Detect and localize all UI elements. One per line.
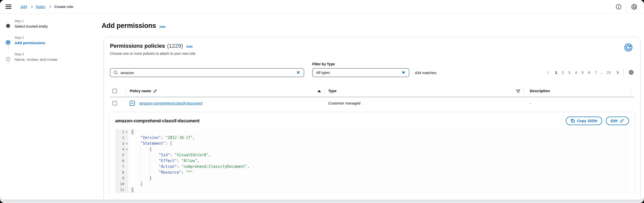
line-number: 6 [115, 158, 128, 164]
sort-ascending-icon[interactable] [317, 90, 321, 92]
breadcrumb-iam[interactable]: IAM [20, 5, 27, 9]
pagination-page-7[interactable]: 7 [592, 69, 599, 76]
breadcrumb-roles[interactable]: Roles [36, 5, 45, 9]
main-content: Add permissions Info Permissions policie… [102, 14, 644, 200]
step1-label: Select trusted entity [15, 24, 102, 28]
breadcrumb: IAM Roles Create role [20, 5, 73, 9]
policy-name-link[interactable]: amazon-comprehend-classif-document [139, 101, 203, 105]
caret-down-icon [402, 72, 405, 74]
line-number: 1▼ [115, 129, 128, 135]
code-line: 3▼ "Statement": [ [115, 141, 629, 146]
page-info-link[interactable]: Info [159, 25, 166, 29]
pagination-ellipsis: ... [599, 69, 605, 76]
collapse-row-icon[interactable] [130, 101, 135, 106]
step-name-review-create[interactable]: Step 3 Name, review, and create [6, 53, 102, 62]
pagination-page-22[interactable]: 22 [604, 69, 613, 76]
line-number: 7 [115, 164, 128, 170]
controls-divider [623, 69, 624, 76]
search-input[interactable] [120, 71, 296, 75]
pagination-page-1[interactable]: 1 [553, 69, 559, 76]
line-number: 10 [115, 181, 128, 187]
amazon-q-icon[interactable] [631, 4, 637, 10]
step2-number: Step 2 [15, 36, 102, 39]
panel-title: Permissions policies [110, 43, 165, 49]
line-number: 9 [115, 175, 128, 181]
matches-count: 434 matches [415, 71, 436, 77]
wizard-steps-sidebar: Step 1 Select trusted entity Step 2 Add … [0, 14, 102, 200]
panel-description: Choose one or more policies to attach to… [110, 52, 634, 56]
code-editor[interactable]: 1▼{2 "Version": "2012-10-17",3▼ "Stateme… [115, 129, 629, 193]
column-divider [630, 88, 631, 94]
table-header-row: Policy name Type [110, 85, 634, 97]
pagination: 1234567...22 [547, 70, 618, 75]
line-number: 11 [115, 187, 128, 193]
column-policy-name[interactable]: Policy name [130, 89, 151, 93]
fold-caret-icon[interactable]: ▼ [126, 141, 128, 146]
top-navigation-bar: IAM Roles Create role [0, 0, 644, 14]
pagination-page-3[interactable]: 3 [566, 69, 573, 76]
step1-number: Step 1 [15, 19, 102, 23]
type-filter-select[interactable]: All types [312, 68, 409, 77]
step-add-permissions[interactable]: Step 2 Add permissions [6, 36, 102, 45]
step3-label: Name, review, and create [15, 57, 102, 62]
line-number: 4▼ [115, 146, 128, 152]
pagination-page-4[interactable]: 4 [573, 69, 579, 76]
line-number: 3▼ [115, 141, 128, 146]
policy-search-field[interactable]: ✕ [110, 68, 304, 77]
step-connector [8, 59, 8, 66]
code-line: 5 "Sid": "VisualEditor6", [115, 152, 629, 158]
clear-search-icon[interactable]: ✕ [296, 70, 301, 75]
pagination-prev-icon[interactable] [547, 71, 550, 74]
policy-description-cell: - [530, 101, 531, 105]
chevron-right-icon [30, 5, 33, 8]
code-line: 6 "Effect": "Allow", [115, 158, 629, 164]
external-link-icon [620, 119, 624, 123]
line-number: 8 [115, 170, 128, 175]
line-number: 5 [115, 152, 128, 158]
copy-icon [571, 119, 575, 123]
row-checkbox[interactable] [112, 101, 117, 106]
refresh-icon[interactable] [624, 43, 633, 52]
pagination-page-5[interactable]: 5 [579, 69, 586, 76]
code-line: 7 "Action": "comprehend:ClassifyDocument… [115, 164, 629, 170]
copy-json-button[interactable]: Copy JSON [566, 117, 602, 125]
policy-detail-panel: amazon-comprehend-classif-document Copy … [109, 112, 635, 195]
code-line: 10 ] [115, 181, 629, 187]
pagination-page-2[interactable]: 2 [559, 69, 566, 76]
fold-caret-icon[interactable]: ▼ [126, 146, 128, 152]
column-type[interactable]: Type [328, 89, 337, 93]
panel-info-link[interactable]: Info [186, 45, 192, 48]
gear-icon[interactable] [628, 69, 634, 75]
search-icon [113, 70, 118, 75]
policies-table: Policy name Type [110, 85, 634, 109]
select-all-checkbox[interactable] [112, 89, 117, 93]
policy-detail-title: amazon-comprehend-classif-document [115, 118, 199, 124]
step1-complete-dot-icon [6, 24, 10, 28]
code-line: 8 "Resource": "*" [115, 170, 629, 175]
filter-by-type-label: Filter by Type [312, 62, 409, 66]
topbar-divider [626, 3, 626, 11]
code-line: 4▼ { [115, 146, 629, 152]
type-filter-value: All types [316, 71, 330, 75]
step3-number: Step 3 [15, 53, 102, 56]
external-link-icon [153, 89, 157, 93]
line-number: 2 [115, 135, 128, 141]
policy-type-cell: Customer managed [328, 101, 360, 105]
pagination-next-icon[interactable] [616, 71, 619, 74]
code-line: 9 } [115, 175, 629, 181]
column-description[interactable]: Description [530, 89, 550, 93]
aws-console-app: IAM Roles Create role Step 1 S [0, 0, 644, 200]
panel-count: (1229) [167, 43, 183, 49]
hamburger-menu-icon[interactable] [6, 5, 11, 9]
step-connector [8, 43, 8, 50]
step-select-trusted-entity[interactable]: Step 1 Select trusted entity [6, 19, 102, 28]
edit-button[interactable]: Edit [606, 117, 629, 125]
fold-caret-icon[interactable]: ▼ [126, 129, 128, 135]
pagination-page-6[interactable]: 6 [586, 69, 592, 76]
breadcrumb-create-role: Create role [54, 5, 73, 9]
info-icon[interactable] [616, 4, 622, 10]
filter-column-icon[interactable] [516, 90, 520, 92]
code-line: 1▼{ [115, 129, 629, 135]
indent-guide [150, 152, 150, 181]
step2-label: Add permissions [15, 41, 102, 45]
